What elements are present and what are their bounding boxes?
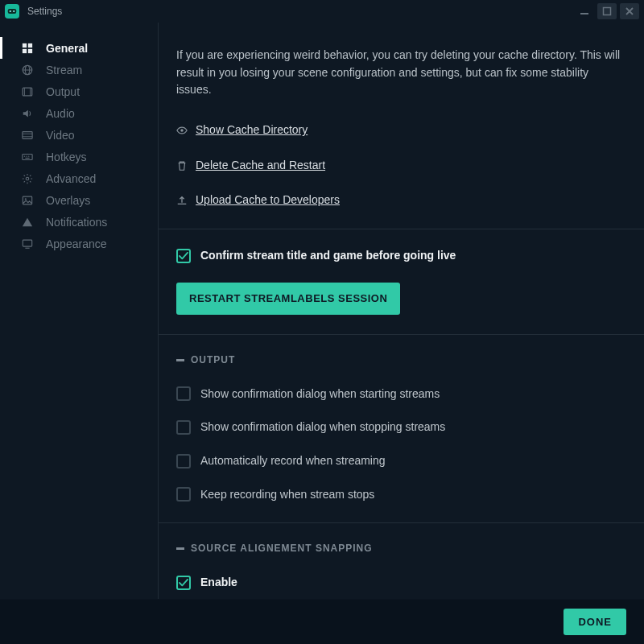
- eye-icon: [176, 125, 189, 136]
- settings-sidebar: General Stream Output Audio Video Hotkey…: [0, 23, 159, 599]
- snapping-enable-row[interactable]: Enable: [176, 574, 623, 592]
- link-label: Delete Cache and Restart: [196, 157, 325, 175]
- sidebar-item-label: Audio: [46, 107, 75, 120]
- sidebar-item-label: Overlays: [46, 194, 90, 207]
- checkbox[interactable]: [176, 420, 191, 435]
- output-auto-record-row[interactable]: Automatically record when streaming: [176, 452, 623, 470]
- checkbox-label: Show confirmation dialog when starting s…: [200, 386, 440, 403]
- sidebar-item-label: Stream: [46, 64, 82, 76]
- sidebar-item-stream[interactable]: Stream: [0, 59, 158, 80]
- output-start-confirm-row[interactable]: Show confirmation dialog when starting s…: [176, 386, 623, 403]
- sidebar-item-label: Advanced: [46, 172, 96, 185]
- group-title: SOURCE ALIGNEMENT SNAPPING: [191, 541, 373, 556]
- window-close-button[interactable]: [620, 3, 639, 19]
- checkbox-label: Keep recording when stream stops: [200, 486, 374, 504]
- sidebar-item-general[interactable]: General: [0, 37, 158, 59]
- checkbox[interactable]: [176, 487, 191, 502]
- film-icon: [20, 85, 35, 98]
- show-cache-link[interactable]: Show Cache Directory: [176, 122, 623, 139]
- group-title: OUTPUT: [191, 353, 235, 368]
- output-keep-recording-row[interactable]: Keep recording when stream stops: [176, 486, 623, 504]
- settings-content: If you are experiencing weird behavior, …: [159, 23, 644, 599]
- monitor-icon: [20, 237, 35, 250]
- sidebar-item-output[interactable]: Output: [0, 80, 158, 102]
- sidebar-item-overlays[interactable]: Overlays: [0, 189, 158, 211]
- output-stop-confirm-row[interactable]: Show confirmation dialog when stopping s…: [176, 419, 623, 436]
- image-icon: [20, 194, 35, 207]
- sidebar-item-label: Appearance: [46, 237, 107, 250]
- restart-streamlabels-button[interactable]: RESTART STREAMLABELS SESSION: [176, 283, 400, 315]
- sidebar-item-hotkeys[interactable]: Hotkeys: [0, 146, 158, 167]
- grid-icon: [20, 42, 35, 55]
- window-title: Settings: [27, 6, 62, 17]
- checkbox-label: Show confirmation dialog when stopping s…: [200, 419, 445, 436]
- sidebar-item-advanced[interactable]: Advanced: [0, 167, 158, 189]
- window-maximize-button[interactable]: [597, 3, 617, 19]
- volume-icon: [20, 107, 35, 120]
- upload-icon: [176, 195, 189, 206]
- collapse-icon: [176, 359, 184, 361]
- sidebar-item-video[interactable]: Video: [0, 124, 158, 146]
- trash-icon: [176, 160, 189, 171]
- link-label: Upload Cache to Developers: [196, 192, 340, 209]
- sidebar-item-label: Video: [46, 129, 75, 142]
- upload-cache-link[interactable]: Upload Cache to Developers: [176, 192, 623, 209]
- snapping-group-header[interactable]: SOURCE ALIGNEMENT SNAPPING: [176, 541, 623, 556]
- settings-footer: DONE: [0, 599, 644, 644]
- confirm-title-checkbox-row[interactable]: Confirm stream title and game before goi…: [176, 247, 623, 265]
- done-button[interactable]: DONE: [564, 609, 626, 635]
- globe-icon: [20, 64, 35, 76]
- window-minimize-button[interactable]: [575, 3, 594, 19]
- sidebar-item-label: General: [46, 42, 88, 55]
- sidebar-item-audio[interactable]: Audio: [0, 102, 158, 124]
- output-group-header[interactable]: OUTPUT: [176, 353, 623, 368]
- collapse-icon: [176, 547, 184, 550]
- sidebar-item-notifications[interactable]: Notifications: [0, 211, 158, 233]
- delete-cache-link[interactable]: Delete Cache and Restart: [176, 157, 623, 175]
- filmstrip-icon: [20, 129, 35, 142]
- sidebar-item-appearance[interactable]: Appearance: [0, 233, 158, 254]
- cache-description: If you are experiencing weird behavior, …: [176, 47, 623, 99]
- checkbox[interactable]: [176, 454, 191, 469]
- sliders-icon: [20, 172, 35, 185]
- link-label: Show Cache Directory: [196, 122, 308, 139]
- checkbox-label: Enable: [200, 574, 237, 592]
- checkbox[interactable]: [176, 576, 191, 590]
- checkbox[interactable]: [176, 386, 191, 401]
- keyboard-icon: [20, 151, 35, 163]
- warning-icon: [20, 216, 35, 229]
- app-icon: [5, 4, 19, 19]
- checkbox[interactable]: [176, 249, 191, 263]
- titlebar: Settings: [0, 0, 644, 23]
- checkbox-label: Automatically record when streaming: [200, 452, 386, 470]
- sidebar-item-label: Hotkeys: [46, 151, 87, 163]
- sidebar-item-label: Output: [46, 85, 80, 98]
- sidebar-item-label: Notifications: [46, 216, 107, 229]
- checkbox-label: Confirm stream title and game before goi…: [200, 247, 456, 265]
